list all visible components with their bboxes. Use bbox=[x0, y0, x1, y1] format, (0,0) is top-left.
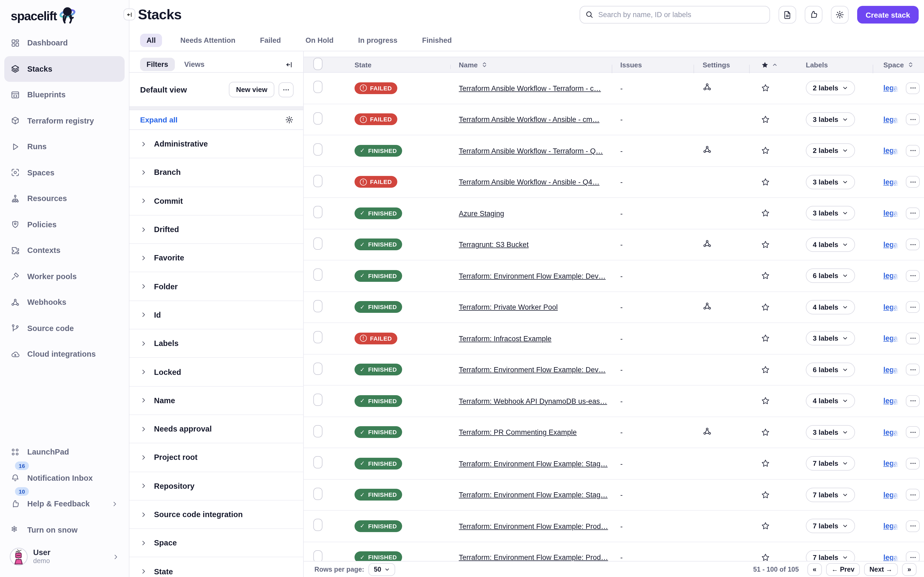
prev-page-button[interactable]: ← Prev bbox=[826, 563, 860, 575]
filter-category-favorite[interactable]: Favorite bbox=[129, 244, 303, 272]
docs-button[interactable] bbox=[778, 6, 796, 24]
row-checkbox[interactable] bbox=[313, 175, 322, 187]
space-link[interactable]: legacy bbox=[883, 366, 900, 374]
labels-dropdown[interactable]: 3 labels bbox=[806, 425, 855, 440]
column-header-name[interactable]: Name bbox=[450, 61, 612, 69]
last-page-button[interactable]: » bbox=[902, 563, 916, 575]
favorite-star-icon[interactable] bbox=[761, 271, 770, 280]
labels-dropdown[interactable]: 2 labels bbox=[806, 81, 855, 95]
sidebar-item-worker-pools[interactable]: Worker pools bbox=[4, 263, 125, 289]
create-stack-button[interactable]: Create stack bbox=[857, 6, 919, 24]
stack-name-link[interactable]: Terraform: Environment Flow Example: Pro… bbox=[459, 522, 608, 530]
next-page-button[interactable]: Next → bbox=[864, 563, 898, 575]
space-link[interactable]: legacy bbox=[883, 241, 900, 249]
row-checkbox[interactable] bbox=[313, 112, 322, 125]
stack-name-link[interactable]: Azure Staging bbox=[459, 210, 504, 218]
favorite-star-icon[interactable] bbox=[761, 396, 770, 406]
settings-button[interactable] bbox=[831, 6, 848, 24]
labels-dropdown[interactable]: 6 labels bbox=[806, 269, 855, 283]
labels-dropdown[interactable]: 4 labels bbox=[806, 300, 855, 314]
row-checkbox[interactable] bbox=[313, 519, 322, 531]
row-checkbox[interactable] bbox=[313, 394, 322, 406]
filter-category-administrative[interactable]: Administrative bbox=[129, 130, 303, 158]
logo[interactable]: spacelift bbox=[4, 5, 125, 27]
row-menu-button[interactable] bbox=[906, 395, 920, 407]
stack-name-link[interactable]: Terraform: PR Commenting Example bbox=[459, 429, 577, 437]
favorite-star-icon[interactable] bbox=[761, 522, 770, 531]
labels-dropdown[interactable]: 3 labels bbox=[806, 175, 855, 189]
favorite-star-icon[interactable] bbox=[761, 490, 770, 500]
row-menu-button[interactable] bbox=[906, 364, 920, 376]
row-menu-button[interactable] bbox=[906, 520, 920, 532]
view-menu-button[interactable] bbox=[278, 82, 293, 97]
sidebar-item-resources[interactable]: Resources bbox=[4, 185, 125, 211]
column-header-settings[interactable]: Settings bbox=[694, 61, 749, 69]
favorite-star-icon[interactable] bbox=[761, 365, 770, 374]
stack-name-link[interactable]: Terraform: Environment Flow Example: Sta… bbox=[459, 460, 608, 468]
row-menu-button[interactable] bbox=[906, 333, 920, 344]
sidebar-item-terraform-registry[interactable]: Terraform registry bbox=[4, 108, 125, 134]
favorite-star-icon[interactable] bbox=[761, 177, 770, 187]
stack-name-link[interactable]: Terraform Ansible Workflow - Terraform -… bbox=[459, 147, 603, 155]
stack-name-link[interactable]: Terragrunt: S3 Bucket bbox=[459, 241, 529, 249]
row-menu-button[interactable] bbox=[906, 114, 920, 126]
filter-category-state[interactable]: State bbox=[129, 558, 303, 577]
sidebar-collapse-button[interactable] bbox=[124, 8, 135, 20]
filter-category-labels[interactable]: Labels bbox=[129, 329, 303, 358]
favorite-star-icon[interactable] bbox=[761, 115, 770, 124]
filter-category-project-root[interactable]: Project root bbox=[129, 443, 303, 472]
labels-dropdown[interactable]: 7 labels bbox=[806, 519, 855, 533]
labels-dropdown[interactable]: 7 labels bbox=[806, 488, 855, 502]
row-menu-button[interactable] bbox=[906, 301, 920, 313]
search-input[interactable] bbox=[580, 6, 770, 24]
column-header-labels[interactable]: Labels bbox=[791, 61, 872, 69]
row-checkbox[interactable] bbox=[313, 237, 322, 250]
row-checkbox[interactable] bbox=[313, 488, 322, 500]
row-menu-button[interactable] bbox=[906, 176, 920, 188]
filter-gear-icon[interactable] bbox=[285, 116, 293, 124]
row-checkbox[interactable] bbox=[313, 456, 322, 469]
stack-name-link[interactable]: Terraform Ansible Workflow - Terraform -… bbox=[459, 84, 601, 92]
column-header-state[interactable]: State bbox=[345, 61, 450, 69]
labels-dropdown[interactable]: 6 labels bbox=[806, 363, 855, 377]
tab-finished[interactable]: Finished bbox=[416, 34, 458, 47]
labels-dropdown[interactable]: 3 labels bbox=[806, 206, 855, 221]
stack-name-link[interactable]: Terraform: Environment Flow Example: Dev… bbox=[459, 272, 605, 280]
favorite-star-icon[interactable] bbox=[761, 303, 770, 312]
row-menu-button[interactable] bbox=[906, 82, 920, 94]
row-menu-button[interactable] bbox=[906, 427, 920, 438]
sidebar-item-dashboard[interactable]: Dashboard bbox=[4, 30, 125, 56]
filter-category-space[interactable]: Space bbox=[129, 529, 303, 558]
sidebar-item-turn-on-snow[interactable]: ❄Turn on snow bbox=[4, 517, 125, 543]
row-menu-button[interactable] bbox=[906, 489, 920, 501]
row-checkbox[interactable] bbox=[313, 331, 322, 343]
favorite-star-icon[interactable] bbox=[761, 428, 770, 437]
sidebar-item-launchpad[interactable]: LaunchPad bbox=[4, 439, 125, 465]
tab-needs-attention[interactable]: Needs Attention bbox=[174, 34, 242, 47]
favorite-star-icon[interactable] bbox=[761, 209, 770, 218]
sidebar-user[interactable]: User demo bbox=[4, 543, 125, 571]
space-link[interactable]: legacy bbox=[883, 428, 900, 436]
space-link[interactable]: legacy bbox=[883, 303, 900, 311]
space-link[interactable]: legacy bbox=[883, 272, 900, 280]
row-menu-button[interactable] bbox=[906, 145, 920, 157]
row-menu-button[interactable] bbox=[906, 208, 920, 219]
select-all-checkbox[interactable] bbox=[313, 58, 322, 70]
sidebar-item-spaces[interactable]: Spaces bbox=[4, 160, 125, 185]
tab-failed[interactable]: Failed bbox=[254, 34, 287, 47]
feedback-button[interactable] bbox=[805, 6, 822, 24]
space-link[interactable]: legacy bbox=[883, 397, 900, 405]
labels-dropdown[interactable]: 3 labels bbox=[806, 331, 855, 346]
space-link[interactable]: legacy bbox=[883, 335, 900, 343]
new-view-button[interactable]: New view bbox=[229, 82, 274, 97]
labels-dropdown[interactable]: 4 labels bbox=[806, 237, 855, 252]
filter-category-folder[interactable]: Folder bbox=[129, 272, 303, 301]
filter-category-source-code-integration[interactable]: Source code integration bbox=[129, 501, 303, 529]
expand-all-link[interactable]: Expand all bbox=[140, 116, 177, 124]
column-header-issues[interactable]: Issues bbox=[612, 61, 694, 69]
tab-all[interactable]: All bbox=[140, 34, 162, 47]
space-link[interactable]: legacy bbox=[883, 553, 900, 561]
column-header-favorite[interactable] bbox=[749, 61, 791, 69]
labels-dropdown[interactable]: 3 labels bbox=[806, 112, 855, 127]
row-checkbox[interactable] bbox=[313, 550, 322, 562]
